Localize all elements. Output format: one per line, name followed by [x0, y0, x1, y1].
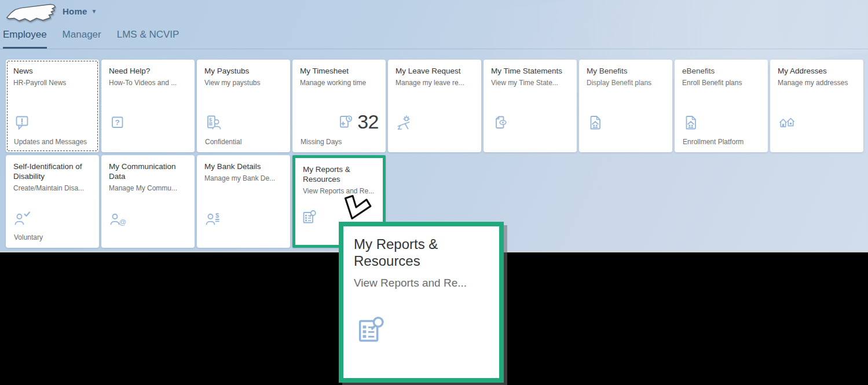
- question-mark-icon: ?: [109, 114, 127, 131]
- benefits-family-icon: [683, 114, 700, 131]
- tile-footer: Updates and Messages: [14, 138, 87, 146]
- popup-subtitle: View Reports and Re...: [354, 277, 489, 289]
- tile-subtitle: View my Time State...: [491, 79, 569, 87]
- paystub-person-icon: $: [205, 114, 222, 131]
- tile-my-paystubs[interactable]: My PaystubsView my paystubs$Confidential: [197, 60, 290, 152]
- tile-title: News: [13, 66, 91, 76]
- north-carolina-logo: [5, 1, 58, 27]
- launchpad-background: Home ▼ Employee Manager LMS & NCVIP News…: [0, 0, 868, 252]
- tile-kpi: 32: [337, 111, 379, 133]
- svg-text:?: ?: [115, 118, 120, 127]
- tile-title: My Communication Data: [109, 162, 187, 181]
- svg-text:@: @: [119, 218, 127, 226]
- tab-bar: Employee Manager LMS & NCVIP: [3, 29, 195, 49]
- tile-need-help[interactable]: Need Help?How-To Videos and ...?: [101, 60, 195, 152]
- tile-footer: Confidential: [205, 138, 241, 146]
- tile-subtitle: View my paystubs: [204, 79, 283, 87]
- tile-title: My Benefits: [587, 66, 665, 76]
- svg-text:$: $: [215, 212, 219, 219]
- tile-footer: Enrollment Platform: [683, 138, 744, 146]
- tile-title: Self-Identification of Disability: [13, 162, 91, 181]
- tile-my-addresses[interactable]: My AddressesManage my addresses: [770, 60, 863, 152]
- report-search-icon: [355, 314, 389, 350]
- tile-subtitle: How-To Videos and ...: [109, 79, 187, 87]
- tile-subtitle: HR-Payroll News: [13, 79, 91, 87]
- tile-subtitle: Manage my leave re...: [395, 79, 474, 87]
- tile-news[interactable]: NewsHR-Payroll NewsUpdates and Messages: [6, 60, 99, 152]
- tile-title: Need Help?: [109, 66, 187, 76]
- tab-employee[interactable]: Employee: [3, 29, 47, 49]
- tile-title: My Reports & Resources: [303, 164, 375, 184]
- home-menu-button[interactable]: Home ▼: [63, 6, 97, 16]
- tile-my-communication-data[interactable]: My Communication DataManage My Commu...@: [101, 155, 195, 248]
- tile-subtitle: View Reports and Re...: [303, 187, 375, 196]
- tile-title: My Timesheet: [300, 66, 378, 76]
- tile-my-leave-request[interactable]: My Leave RequestManage my leave re...: [388, 60, 481, 152]
- tile-subtitle: Manage My Commu...: [109, 184, 187, 193]
- tile-title: My Addresses: [778, 66, 856, 76]
- person-check-icon: [14, 210, 31, 227]
- kpi-number: 32: [357, 111, 379, 133]
- tile-subtitle: Enroll Benefit plans: [682, 79, 760, 87]
- tile-title: My Bank Details: [204, 162, 283, 171]
- tile-ebenefits[interactable]: eBenefitsEnroll Benefit plansEnrollment …: [675, 60, 768, 152]
- vacation-icon: [396, 114, 413, 131]
- tile-self-identification-of-disability[interactable]: Self-Identification of DisabilityCreate/…: [6, 155, 99, 248]
- tile-grid-row-2: Self-Identification of DisabilityCreate/…: [6, 155, 386, 248]
- benefits-family-icon: [587, 114, 605, 131]
- svg-text:$: $: [209, 116, 213, 123]
- report-search-icon: [301, 209, 318, 226]
- tab-manager[interactable]: Manager: [63, 29, 101, 49]
- header-separator: [0, 49, 868, 49]
- tile-subtitle: Create/Maintain Disa...: [13, 184, 91, 193]
- timesheet-clock-icon: [337, 113, 354, 131]
- tile-my-timesheet[interactable]: My TimesheetManage working time32Missing…: [292, 60, 386, 152]
- person-dollar-icon: $: [205, 210, 222, 227]
- tile-subtitle: Manage my Bank De...: [204, 174, 283, 183]
- home-menu-label: Home: [63, 6, 87, 16]
- tile-magnified-preview[interactable]: My Reports & Resources View Reports and …: [339, 222, 504, 383]
- popup-title: My Reports & Resources: [354, 236, 470, 269]
- document-view-icon: [492, 114, 509, 131]
- tile-subtitle: Manage my addresses: [778, 79, 856, 87]
- person-at-icon: @: [109, 210, 127, 227]
- tile-title: eBenefits: [682, 66, 760, 76]
- chevron-down-icon: ▼: [91, 8, 97, 14]
- tile-grid-row-1: NewsHR-Payroll NewsUpdates and MessagesN…: [6, 60, 863, 152]
- tile-title: My Time Statements: [491, 66, 569, 76]
- tile-title: My Paystubs: [204, 66, 283, 76]
- tile-my-time-statements[interactable]: My Time StatementsView my Time State...: [484, 60, 577, 152]
- tile-my-bank-details[interactable]: My Bank DetailsManage my Bank De...$: [197, 155, 290, 248]
- tile-footer: Voluntary: [14, 233, 43, 241]
- houses-icon: [778, 114, 796, 131]
- tile-title: My Leave Request: [395, 66, 474, 76]
- feedback-icon: [14, 114, 31, 131]
- tile-footer: Missing Days: [301, 138, 342, 146]
- tile-subtitle: Display Benefit plans: [587, 79, 665, 87]
- report-search-icon: [355, 314, 389, 348]
- tile-subtitle: Manage working time: [300, 79, 378, 87]
- tile-my-benefits[interactable]: My BenefitsDisplay Benefit plans: [579, 60, 672, 152]
- tab-lms-ncvip[interactable]: LMS & NCVIP: [117, 29, 180, 49]
